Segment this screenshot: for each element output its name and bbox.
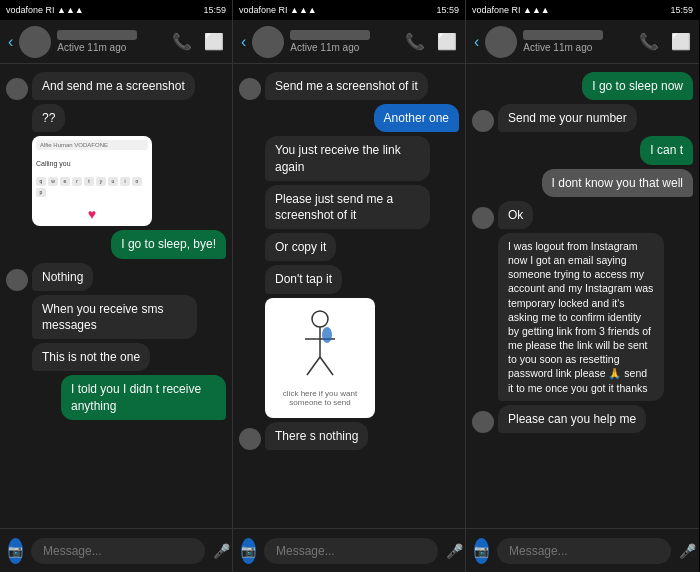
avatar-3 xyxy=(485,26,517,58)
list-item: ?? xyxy=(6,104,226,132)
carrier-3: vodafone RI ▲▲▲ xyxy=(472,5,550,15)
bottom-icons-3: 🎤 🖼 😊 xyxy=(679,543,700,559)
contact-name-1 xyxy=(57,30,137,40)
video-icon-3[interactable]: ⬜ xyxy=(671,32,691,51)
message-bubble: Ok xyxy=(498,201,533,229)
key-i: i xyxy=(120,177,130,186)
chat-header-3: ‹ Active 11m ago 📞 ⬜ xyxy=(466,20,699,64)
key-w: w xyxy=(48,177,58,186)
bottom-bar-1: 📷 🎤 🖼 😊 xyxy=(0,528,232,572)
list-item: When you receive sms messages xyxy=(6,295,226,339)
header-info-3: Active 11m ago xyxy=(523,30,633,53)
message-bubble: And send me a screenshot xyxy=(32,72,195,100)
keyboard-screenshot-image: Alfie Human VODAFONE Calling you q w e r… xyxy=(32,136,152,226)
status-bar-1: vodafone RI ▲▲▲ 15:59 xyxy=(0,0,232,20)
svg-point-5 xyxy=(322,327,332,343)
message-bubble: Another one xyxy=(374,104,459,132)
header-info-1: Active 11m ago xyxy=(57,30,166,53)
svg-point-0 xyxy=(312,311,328,327)
header-info-2: Active 11m ago xyxy=(290,30,399,53)
list-item: Don't tap it xyxy=(239,265,459,293)
message-bubble-long: I was logout from Instagram now I got an… xyxy=(498,233,664,401)
message-bubble: Please can you help me xyxy=(498,405,646,433)
bottom-bar-2: 📷 🎤 🖼 😊 xyxy=(233,528,465,572)
status-bar-2: vodafone RI ▲▲▲ 15:59 xyxy=(233,0,465,20)
back-arrow-3[interactable]: ‹ xyxy=(474,33,479,51)
mic-icon-3[interactable]: 🎤 xyxy=(679,543,696,559)
key-r: r xyxy=(72,177,82,186)
mic-icon-2[interactable]: 🎤 xyxy=(446,543,463,559)
figure-image-bubble: click here if you want someone to send xyxy=(265,298,375,418)
list-item: I was logout from Instagram now I got an… xyxy=(472,233,693,401)
keyboard-keys: q w e r t y u i o p xyxy=(36,177,148,197)
keyboard-top-text: Calling you xyxy=(36,160,148,167)
list-item: This is not the one xyxy=(6,343,226,371)
mic-icon-1[interactable]: 🎤 xyxy=(213,543,230,559)
message-bubble: I go to sleep now xyxy=(582,72,693,100)
message-bubble: Send me your number xyxy=(498,104,637,132)
message-input-1[interactable] xyxy=(31,538,205,564)
key-e: e xyxy=(60,177,70,186)
key-p: p xyxy=(36,188,46,197)
message-bubble: ?? xyxy=(32,104,65,132)
message-bubble: Send me a screenshot of it xyxy=(265,72,428,100)
contact-name-2 xyxy=(290,30,370,40)
message-bubble: Please just send me a screenshot of it xyxy=(265,185,430,229)
message-bubble: I told you I didn t receive anything xyxy=(61,375,226,419)
avatar-1 xyxy=(19,26,51,58)
carrier-2: vodafone RI ▲▲▲ xyxy=(239,5,317,15)
carrier-1: vodafone RI ▲▲▲ xyxy=(6,5,84,15)
video-icon-1[interactable]: ⬜ xyxy=(204,32,224,51)
camera-icon-3[interactable]: 📷 xyxy=(474,538,489,564)
keyboard-addr-text: Alfie Human VODAFONE xyxy=(36,140,148,150)
messages-area-3: I go to sleep now Send me your number I … xyxy=(466,64,699,528)
message-bubble: There s nothing xyxy=(265,422,368,450)
figure-svg xyxy=(285,307,355,387)
message-bubble: Nothing xyxy=(32,263,93,291)
chat-header-1: ‹ Active 11m ago 📞 ⬜ xyxy=(0,20,232,64)
call-icon-3[interactable]: 📞 xyxy=(639,32,659,51)
call-icon-1[interactable]: 📞 xyxy=(172,32,192,51)
list-item: Send me your number xyxy=(472,104,693,132)
avatar-2 xyxy=(252,26,284,58)
key-t: t xyxy=(84,177,94,186)
header-icons-3: 📞 ⬜ xyxy=(639,32,691,51)
keyboard-heart-icon: ♥ xyxy=(36,206,148,222)
list-item: Ok xyxy=(472,201,693,229)
message-bubble: You just receive the link again xyxy=(265,136,430,180)
avatar-small xyxy=(472,411,494,433)
image-caption: click here if you want someone to send xyxy=(265,387,375,409)
message-bubble: I go to sleep, bye! xyxy=(111,230,226,258)
chat-panel-1: vodafone RI ▲▲▲ 15:59 ‹ Active 11m ago 📞… xyxy=(0,0,233,572)
chat-panel-2: vodafone RI ▲▲▲ 15:59 ‹ Active 11m ago 📞… xyxy=(233,0,466,572)
key-q: q xyxy=(36,177,46,186)
key-y: y xyxy=(96,177,106,186)
time-2: 15:59 xyxy=(436,5,459,15)
messages-area-1: And send me a screenshot ?? Alfie Human … xyxy=(0,64,232,528)
chat-header-2: ‹ Active 11m ago 📞 ⬜ xyxy=(233,20,465,64)
list-item: Please can you help me xyxy=(472,405,693,433)
svg-line-4 xyxy=(320,357,333,375)
list-item: Please just send me a screenshot of it xyxy=(239,185,459,229)
avatar-small xyxy=(239,428,261,450)
list-item: There s nothing xyxy=(239,422,459,450)
avatar-small xyxy=(6,78,28,100)
camera-icon-2[interactable]: 📷 xyxy=(241,538,256,564)
avatar-small xyxy=(472,207,494,229)
avatar-small xyxy=(6,269,28,291)
list-item: Or copy it xyxy=(239,233,459,261)
back-arrow-1[interactable]: ‹ xyxy=(8,33,13,51)
back-arrow-2[interactable]: ‹ xyxy=(241,33,246,51)
message-bubble: Don't tap it xyxy=(265,265,342,293)
time-3: 15:59 xyxy=(670,5,693,15)
avatar-small xyxy=(472,110,494,132)
call-icon-2[interactable]: 📞 xyxy=(405,32,425,51)
bottom-bar-3: 📷 🎤 🖼 😊 xyxy=(466,528,699,572)
contact-status-1: Active 11m ago xyxy=(57,42,166,53)
message-bubble: This is not the one xyxy=(32,343,150,371)
message-input-3[interactable] xyxy=(497,538,671,564)
video-icon-2[interactable]: ⬜ xyxy=(437,32,457,51)
camera-icon-1[interactable]: 📷 xyxy=(8,538,23,564)
message-bubble: When you receive sms messages xyxy=(32,295,197,339)
message-input-2[interactable] xyxy=(264,538,438,564)
